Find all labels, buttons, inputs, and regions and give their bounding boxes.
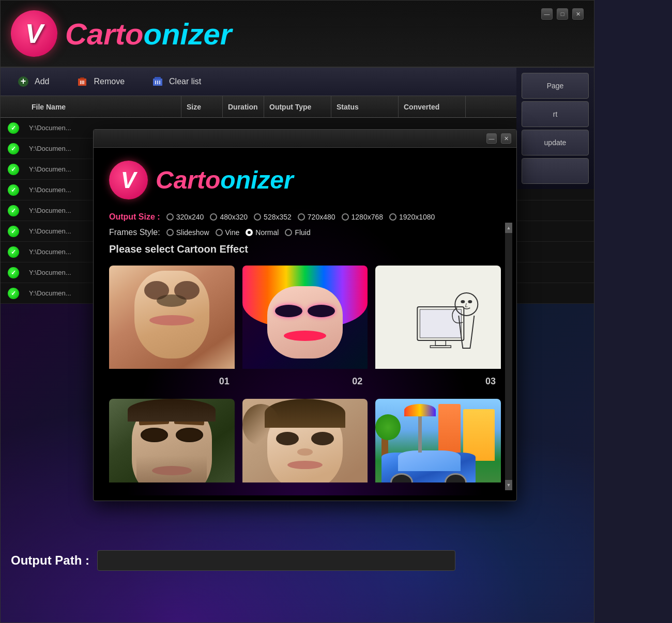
check-icon: ✓	[1, 205, 26, 216]
remove-button[interactable]: Remove	[70, 72, 130, 91]
effect-thumb-03[interactable]: 03	[375, 266, 501, 391]
frame-option-vine[interactable]: Vine	[216, 228, 240, 237]
effect-section-title: Please select Cartoon Effect	[109, 243, 501, 255]
header-status: Status	[331, 96, 399, 117]
effect-grid: 01 02	[109, 266, 501, 482]
size-label-320: 320x240	[176, 213, 204, 221]
svg-point-18	[468, 300, 472, 303]
check-icon: ✓	[1, 164, 26, 175]
popup-window: — ✕ V Cartoonizer Output Size : 320x240 …	[93, 129, 517, 501]
popup-logo-area: V Cartoonizer	[109, 161, 501, 199]
svg-text:+: +	[21, 76, 26, 86]
size-option-480[interactable]: 480x320	[210, 213, 248, 221]
effect-thumb-05[interactable]: 05	[242, 399, 368, 482]
frame-radio-vine[interactable]	[216, 229, 223, 236]
effect-num-02: 02	[352, 376, 362, 387]
size-radio-720[interactable]	[298, 213, 305, 221]
output-path-area: Output Path :	[1, 540, 466, 581]
svg-point-16	[455, 293, 478, 316]
check-icon: ✓	[1, 288, 26, 299]
size-radio-1280[interactable]	[342, 213, 349, 221]
header-duration: Duration	[223, 96, 264, 117]
size-radio-528[interactable]	[254, 213, 261, 221]
popup-close-button[interactable]: ✕	[501, 133, 511, 144]
frames-style-row: Frames Style: Slideshow Vine Normal Flui…	[109, 228, 501, 237]
scroll-down-button[interactable]: ▼	[505, 480, 512, 490]
sidebar-page-button[interactable]: Page	[522, 73, 589, 99]
size-radio-320[interactable]	[166, 213, 174, 221]
popup-logo-v: V	[121, 167, 136, 193]
size-label-480: 480x320	[220, 213, 248, 221]
size-radio-1920[interactable]	[389, 213, 396, 221]
clear-button[interactable]: Clear list	[145, 72, 206, 91]
check-icon: ✓	[1, 184, 26, 196]
svg-rect-3	[80, 77, 84, 79]
size-option-720[interactable]: 720x480	[298, 213, 335, 221]
popup-o1: o	[205, 166, 220, 194]
window-controls: — □ ✕	[541, 6, 584, 20]
header-converted: Converted	[399, 96, 466, 117]
sidebar-update-button[interactable]: update	[522, 130, 589, 155]
output-size-label: Output Size :	[109, 212, 160, 222]
title-bar: V Cartoonizer — □ ✕	[1, 1, 594, 68]
effect-thumb-04[interactable]: 04	[109, 399, 235, 482]
output-size-row: Output Size : 320x240 480x320 528x352 72…	[109, 212, 501, 222]
effect-num-01: 01	[219, 376, 230, 387]
popup-logo-circle: V	[109, 161, 148, 199]
frame-option-normal[interactable]: Normal	[246, 228, 279, 237]
svg-point-17	[461, 300, 465, 303]
frame-option-slideshow[interactable]: Slideshow	[166, 228, 209, 237]
frame-option-fluid[interactable]: Fluid	[285, 228, 310, 237]
size-option-1920[interactable]: 1920x1080	[389, 213, 435, 221]
sidebar-extra-button[interactable]	[522, 158, 589, 184]
check-icon: ✓	[1, 246, 26, 258]
table-header: File Name Size Duration Output Type Stat…	[1, 96, 594, 118]
size-option-1280[interactable]: 1280x768	[342, 213, 384, 221]
header-output-type: Output Type	[264, 96, 331, 117]
remove-label: Remove	[94, 77, 125, 86]
size-label-1280: 1280x768	[352, 213, 384, 221]
toolbar: + Add Remove	[1, 68, 594, 96]
logo-v-letter: V	[25, 18, 43, 49]
size-radio-480[interactable]	[210, 213, 217, 221]
right-sidebar: Page rt update	[516, 68, 594, 189]
check-icon: ✓	[1, 143, 26, 154]
effect-thumb-01[interactable]: 01	[109, 266, 235, 391]
frame-radio-fluid[interactable]	[285, 229, 292, 236]
clear-label: Clear list	[169, 77, 201, 86]
frame-radio-normal[interactable]	[246, 229, 253, 236]
popup-nizer: nizer	[236, 166, 294, 194]
effect-thumb-02[interactable]: 02	[242, 266, 368, 391]
size-label-720: 720x480	[308, 213, 335, 221]
popup-o2: o	[220, 166, 235, 194]
sidebar-rt-button[interactable]: rt	[522, 101, 589, 127]
frame-radio-slideshow[interactable]	[166, 229, 174, 236]
clear-icon	[150, 74, 165, 89]
effect-thumb-06[interactable]: 06	[375, 399, 501, 482]
frame-label-vine: Vine	[225, 228, 240, 237]
logo-o2: o	[143, 17, 161, 51]
size-option-320[interactable]: 320x240	[166, 213, 204, 221]
frame-label-normal: Normal	[255, 228, 279, 237]
scrollbar-track	[505, 233, 512, 480]
output-path-input[interactable]	[97, 550, 455, 571]
size-label-528: 528x352	[264, 213, 292, 221]
add-button[interactable]: + Add	[11, 72, 54, 91]
size-label-1920: 1920x1080	[399, 213, 435, 221]
add-icon: +	[16, 74, 30, 89]
header-filename: File Name	[26, 96, 181, 117]
logo-o1: o	[125, 17, 143, 51]
minimize-button[interactable]: —	[541, 8, 553, 20]
popup-minimize-button[interactable]: —	[486, 133, 497, 144]
check-icon: ✓	[1, 226, 26, 237]
popup-cart: Cart	[156, 166, 205, 194]
logo-nizer: nizer	[162, 17, 232, 51]
close-button[interactable]: ✕	[572, 8, 584, 20]
size-option-528[interactable]: 528x352	[254, 213, 292, 221]
maximize-button[interactable]: □	[557, 8, 568, 20]
svg-rect-13	[420, 309, 462, 338]
output-path-label: Output Path :	[11, 553, 89, 568]
popup-scrollbar: ▲ ▼	[505, 223, 512, 490]
scroll-up-button[interactable]: ▲	[505, 223, 512, 233]
svg-rect-11	[155, 77, 161, 79]
